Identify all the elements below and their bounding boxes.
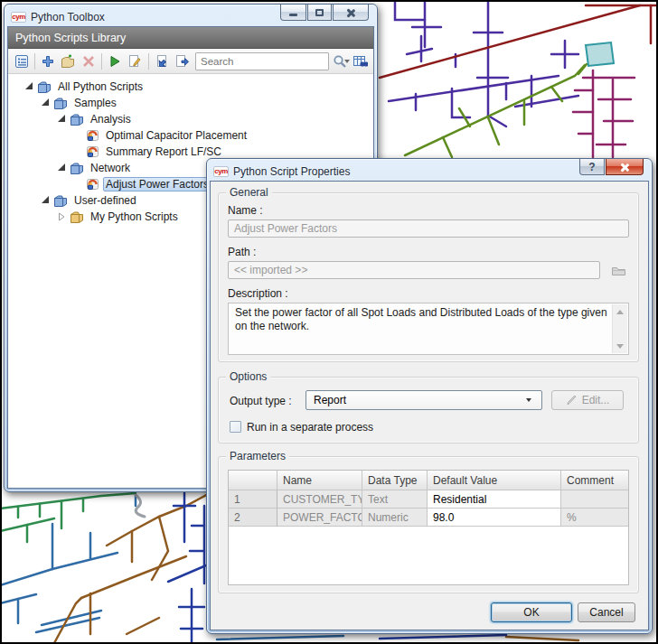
tree-label[interactable]: User-defined — [71, 193, 139, 208]
folder-blue-icon — [53, 97, 68, 109]
tree-item-analysis[interactable]: Analysis — [8, 111, 373, 127]
edit-button[interactable]: Edit... — [551, 390, 624, 410]
arrow-down-icon — [616, 344, 624, 349]
import-script-button[interactable] — [154, 52, 171, 70]
search-input[interactable] — [196, 56, 344, 67]
folder-blue-icon — [53, 194, 68, 207]
expanded-arrow-icon[interactable] — [58, 163, 65, 171]
options-group-label: Options — [226, 370, 270, 383]
output-type-select[interactable]: Report — [306, 390, 542, 410]
tree-item-optimal-capacitor-placement[interactable]: Optimal Capacitor Placement — [8, 127, 373, 144]
tree-label[interactable]: Optimal Capacitor Placement — [103, 128, 249, 143]
folder-blue-icon — [70, 113, 84, 126]
description-scrollbar[interactable] — [612, 304, 627, 353]
scroll-down-button[interactable] — [614, 340, 626, 352]
tree-label[interactable]: Analysis — [88, 112, 134, 126]
cyme-app-icon: cym — [213, 166, 229, 177]
path-label: Path : — [228, 246, 256, 258]
scroll-up-button[interactable] — [614, 305, 626, 318]
ok-button[interactable]: OK — [491, 602, 572, 622]
options-group: Options Output type : Report Edit... Run… — [218, 377, 639, 443]
find-in-scripts-button[interactable] — [352, 52, 369, 70]
toolbar-separator — [101, 53, 102, 70]
param-type-cell: Text — [362, 490, 428, 509]
python-script-icon — [86, 145, 99, 158]
name-label: Name : — [228, 204, 263, 217]
parameters-group: Parameters Name Data Type Default Value … — [218, 456, 639, 593]
add-icon — [41, 54, 55, 69]
tree-label[interactable]: Samples — [71, 96, 119, 110]
param-default-cell[interactable]: 98.0 — [428, 509, 561, 527]
delete-button[interactable] — [80, 52, 97, 70]
dialog-title: Python Script Properties — [233, 165, 350, 178]
column-header — [229, 471, 277, 490]
minimize-button[interactable] — [280, 5, 306, 21]
general-group-label: General — [226, 186, 272, 199]
parameters-table: Name Data Type Default Value Comment 1 C… — [228, 470, 629, 585]
new-folder-button[interactable] — [60, 52, 77, 70]
edit-script-button[interactable] — [127, 52, 144, 70]
script-properties-dialog: cym Python Script Properties ? General N… — [206, 158, 653, 634]
column-header-default-value: Default Value — [428, 471, 561, 490]
tree-item-all-python-scripts[interactable]: All Python Scripts — [8, 79, 373, 95]
help-button[interactable]: ? — [579, 159, 605, 175]
param-name-cell: CUSTOMER_TYP — [277, 490, 362, 509]
column-header-comment: Comment — [561, 471, 628, 490]
tree-item-samples[interactable]: Samples — [8, 95, 373, 111]
magnifier-icon — [333, 54, 347, 69]
find-table-icon — [352, 54, 368, 69]
row-number: 1 — [229, 490, 277, 509]
tree-label[interactable]: Summary Report LF/SC — [103, 145, 224, 159]
expanded-arrow-icon[interactable] — [58, 115, 65, 122]
run-separate-process-checkbox[interactable] — [230, 421, 241, 433]
description-field[interactable]: Set the power factor of all Spot Loads a… — [228, 303, 629, 355]
browse-path-button[interactable] — [607, 261, 629, 279]
path-field: << imported >> — [228, 261, 600, 279]
dialog-titlebar[interactable]: cym Python Script Properties ? — [210, 162, 649, 181]
add-script-button[interactable] — [40, 52, 57, 70]
tree-label[interactable]: Network — [88, 161, 133, 175]
output-type-label: Output type : — [230, 395, 292, 407]
close-icon — [346, 8, 355, 17]
search-button[interactable] — [332, 52, 349, 70]
search-combobox[interactable] — [195, 52, 329, 70]
run-separate-process-label[interactable]: Run in a separate process — [247, 421, 373, 434]
dialog-client: General Name : Adjust Power Factors Path… — [210, 181, 649, 630]
toolbar-separator — [34, 53, 35, 70]
play-icon — [108, 54, 122, 69]
python-script-icon — [86, 129, 99, 142]
expanded-arrow-icon[interactable] — [42, 196, 49, 203]
tree-label-selected[interactable]: Adjust Power Factors — [103, 177, 212, 191]
folder-yellow-icon — [70, 210, 84, 223]
general-group: General Name : Adjust Power Factors Path… — [218, 192, 639, 362]
export-script-button[interactable] — [174, 52, 191, 70]
parameter-row-2: 2 POWER_FACTOR Numeric 98.0 % — [229, 509, 628, 527]
run-script-button[interactable] — [107, 52, 124, 70]
param-comment-cell: % — [561, 509, 628, 527]
toolbox-titlebar[interactable]: cym Python Toolbox — [7, 7, 374, 26]
view-list-button[interactable] — [13, 52, 30, 70]
expanded-arrow-icon[interactable] — [25, 82, 33, 89]
arrow-up-icon — [616, 310, 624, 314]
dialog-close-button[interactable] — [606, 159, 644, 175]
export-icon — [174, 54, 189, 69]
output-type-value: Report — [314, 394, 346, 406]
collapsed-arrow-icon[interactable] — [58, 212, 66, 221]
edit-pencil-icon — [566, 395, 578, 406]
list-view-icon — [14, 54, 29, 69]
cyme-app-icon: cym — [11, 12, 26, 23]
row-number: 2 — [229, 509, 277, 527]
toolbar-separator — [148, 53, 149, 70]
param-default-cell[interactable]: Residential — [428, 490, 561, 509]
cancel-button[interactable]: Cancel — [578, 602, 635, 622]
name-field: Adjust Power Factors — [228, 219, 629, 238]
close-button[interactable] — [333, 5, 369, 21]
minimize-icon — [289, 14, 297, 16]
maximize-button[interactable] — [307, 5, 332, 21]
expanded-arrow-icon[interactable] — [42, 98, 49, 106]
library-header: Python Scripts Library — [8, 27, 373, 49]
tree-label[interactable]: My Python Scripts — [88, 210, 181, 224]
import-icon — [155, 54, 169, 69]
param-name-cell: POWER_FACTOR — [277, 509, 362, 527]
tree-label[interactable]: All Python Scripts — [55, 79, 146, 94]
